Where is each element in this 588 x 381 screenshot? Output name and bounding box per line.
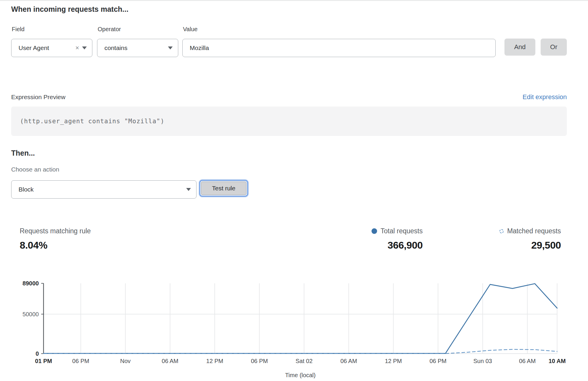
field-select[interactable]: User Agent × — [11, 39, 92, 57]
svg-text:10 AM: 10 AM — [549, 358, 566, 364]
svg-text:12 PM: 12 PM — [385, 358, 402, 364]
total-requests-label: Total requests — [381, 227, 423, 235]
or-button[interactable]: Or — [541, 39, 567, 56]
chart-canvas: 0500008900001 PM06 PMNov06 AM12 PM06 PMS… — [11, 278, 570, 381]
svg-text:06 AM: 06 AM — [162, 358, 179, 364]
test-rule-button[interactable]: Test rule — [201, 182, 246, 195]
firewall-rule-page: When incoming requests match... Field Op… — [0, 0, 588, 381]
clear-field-icon[interactable]: × — [72, 45, 82, 51]
svg-text:50000: 50000 — [22, 311, 39, 317]
requests-matching-value: 8.04% — [20, 239, 47, 251]
operator-label: Operator — [98, 26, 121, 33]
svg-text:06 AM: 06 AM — [519, 358, 536, 364]
chevron-down-icon — [186, 188, 191, 191]
requests-matching-label: Requests matching rule — [20, 227, 91, 235]
svg-text:89000: 89000 — [22, 280, 39, 287]
field-selected-value: User Agent — [11, 44, 72, 51]
legend-total-requests: Total requests — [372, 227, 423, 235]
choose-action-label: Choose an action — [11, 166, 59, 173]
operator-selected-value: contains — [97, 44, 168, 51]
operator-select[interactable]: contains — [97, 39, 178, 57]
expression-preview-label: Expression Preview — [11, 94, 65, 101]
svg-text:0: 0 — [36, 350, 39, 357]
requests-time-series-chart: 0500008900001 PM06 PMNov06 AM12 PM06 PMS… — [11, 278, 570, 381]
and-button[interactable]: And — [504, 39, 535, 56]
svg-text:Sat 02: Sat 02 — [296, 358, 313, 364]
expression-code: (http.user_agent contains "Mozilla") — [11, 118, 164, 125]
page-title: When incoming requests match... — [11, 5, 129, 14]
svg-text:Time (local): Time (local) — [285, 372, 316, 378]
chevron-down-icon — [82, 46, 87, 49]
expression-preview-box: (http.user_agent contains "Mozilla") — [11, 107, 567, 136]
value-input[interactable] — [182, 39, 496, 57]
svg-text:01 PM: 01 PM — [35, 358, 52, 364]
edit-expression-link[interactable]: Edit expression — [523, 93, 567, 101]
field-label: Field — [12, 26, 24, 33]
total-requests-dot-icon — [372, 228, 377, 234]
legend-matched-requests: Matched requests — [499, 227, 561, 235]
action-select[interactable]: Block — [11, 180, 196, 199]
svg-text:12 PM: 12 PM — [206, 358, 223, 364]
svg-text:06 AM: 06 AM — [340, 358, 357, 364]
chevron-down-icon — [168, 46, 173, 49]
svg-text:06 PM: 06 PM — [429, 358, 447, 364]
top-divider — [0, 0, 588, 1]
total-requests-value: 366,900 — [334, 239, 423, 251]
svg-text:06 PM: 06 PM — [251, 358, 268, 364]
svg-text:06 PM: 06 PM — [72, 358, 89, 364]
matched-requests-value: 29,500 — [473, 239, 561, 251]
matched-requests-dashed-circle-icon — [499, 229, 504, 233]
then-title: Then... — [11, 149, 35, 157]
svg-text:Nov: Nov — [120, 358, 131, 364]
value-label: Value — [183, 26, 198, 33]
svg-text:Sun 03: Sun 03 — [473, 358, 492, 364]
action-selected-value: Block — [11, 186, 186, 193]
matched-requests-label: Matched requests — [507, 227, 561, 235]
